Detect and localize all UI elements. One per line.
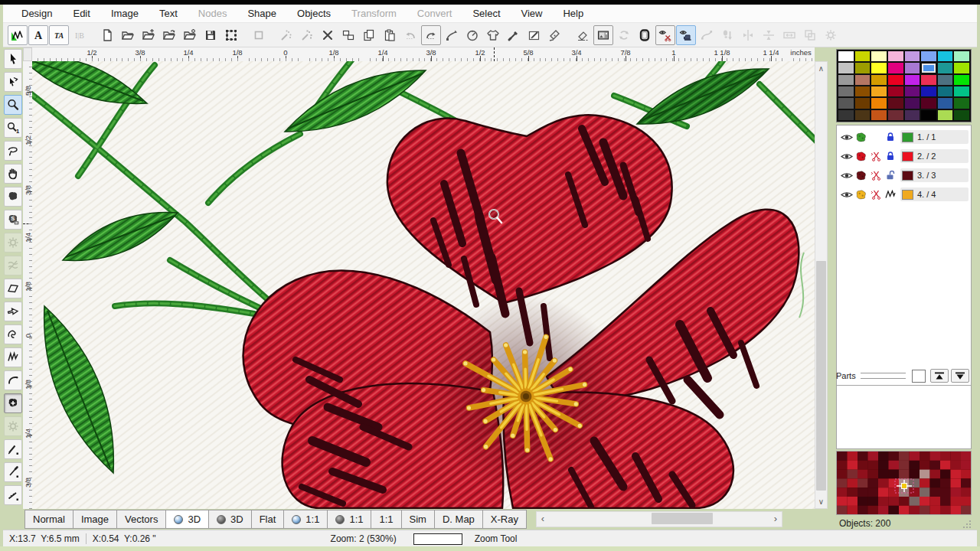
swap-order-button[interactable] [338,25,358,45]
color-swatch[interactable] [921,75,936,85]
open-settings-button[interactable] [180,25,200,45]
text-normal-button[interactable]: A [28,25,48,45]
fill-angle-button[interactable] [545,25,565,45]
visibility-eye-icon[interactable] [841,190,853,200]
view-tab-image-1[interactable]: Image [73,510,117,529]
draw-pen-tool[interactable] [4,439,22,459]
menu-item-text[interactable]: Text [159,8,178,19]
view-tab-sim-9[interactable]: Sim [401,510,435,529]
rectangle-tool[interactable] [4,279,22,298]
pick-curve-button[interactable] [442,25,462,45]
select-tool[interactable] [4,49,22,69]
visibility-eye-icon[interactable] [841,152,853,161]
layer-row-2[interactable]: 2. / 2 [839,148,969,164]
select-lasso-tool[interactable] [4,141,22,161]
draw-needle-tool[interactable] [4,485,22,505]
color-swatch[interactable] [905,98,920,108]
trim-scissors-icon[interactable] [871,170,881,181]
color-swatch[interactable] [954,75,969,85]
color-swatch[interactable] [954,86,969,96]
color-swatch[interactable] [905,75,920,85]
color-swatch[interactable] [871,110,887,120]
zoom-1-tool[interactable]: 1 [4,118,22,138]
open-design-button[interactable] [118,25,138,45]
color-swatch[interactable] [855,110,871,120]
layer-color-swatch[interactable] [902,171,913,181]
color-swatch[interactable] [921,86,936,96]
color-swatch[interactable] [855,75,871,85]
visibility-eye-icon[interactable] [841,132,853,142]
add-design-button[interactable] [139,25,158,45]
menu-item-help[interactable]: Help [563,8,583,19]
lock-icon[interactable] [885,132,896,142]
view-tab-1-1-8[interactable]: 1:1 [371,510,401,529]
hide-stitches-button[interactable] [655,25,675,45]
layer-row-4[interactable]: 4. / 4 [839,187,969,202]
color-swatch[interactable] [838,51,854,61]
color-swatch[interactable] [888,51,903,61]
layer-color-swatch[interactable] [902,132,913,142]
scroll-right-icon[interactable]: › [769,512,782,526]
delete-button[interactable] [318,25,338,45]
hoop-button[interactable] [635,25,655,45]
canvas-horizontal-scrollbar[interactable]: ‹ › [536,511,782,527]
color-swatch[interactable] [954,63,969,73]
color-swatch[interactable] [888,63,903,73]
menu-item-shape[interactable]: Shape [247,8,276,19]
color-swatch[interactable] [938,110,953,120]
gauge-button[interactable] [462,25,482,45]
menu-item-view[interactable]: View [521,8,543,19]
color-swatch[interactable] [855,86,871,96]
trim-scissors-icon[interactable] [871,189,881,200]
image-options-button[interactable] [593,25,613,45]
design-canvas[interactable] [32,61,815,509]
vertical-scroll-thumb[interactable] [816,261,826,491]
menu-item-image[interactable]: Image [111,8,139,19]
stitch-mode-button[interactable] [8,25,28,45]
freehand-shape-tool[interactable] [4,324,22,344]
color-swatch[interactable] [954,98,969,108]
menu-item-objects[interactable]: Objects [297,8,331,19]
color-swatch[interactable] [888,110,903,120]
color-swatch[interactable] [855,98,871,108]
select-all-frame-button[interactable] [221,25,241,45]
auto-shape-tool[interactable]: S [4,210,22,230]
color-swatch[interactable] [938,63,953,73]
layer-color-swatch[interactable] [902,190,913,200]
color-swatch[interactable] [838,110,854,120]
parts-color-swatch[interactable] [912,370,926,383]
resize-grip-icon[interactable] [962,519,972,528]
draw-knife-tool[interactable] [4,462,22,482]
color-swatch[interactable] [888,98,903,108]
parts-list[interactable] [836,385,972,449]
curve-stitch-tool[interactable] [4,370,22,390]
canvas-vertical-scrollbar[interactable]: ∧ ∨ [815,61,828,509]
menu-item-edit[interactable]: Edit [73,8,90,19]
horizontal-scroll-thumb[interactable] [652,513,713,524]
color-swatch[interactable] [921,63,936,73]
edit-nodes-tool[interactable] [4,72,22,92]
redo-button[interactable] [421,25,441,45]
remove-fill-button[interactable] [573,25,593,45]
arrow-shape-tool[interactable] [4,302,22,321]
scroll-down-icon[interactable]: ∨ [815,496,827,507]
zoom-tool[interactable] [4,95,22,115]
edit-params-button[interactable] [524,25,544,45]
color-swatch[interactable] [838,75,854,85]
view-tab-1-1-6[interactable]: 1:1 [283,510,328,529]
paste-button[interactable] [380,25,400,45]
layer-row-1[interactable]: 1. / 1 [839,129,969,145]
view-tab-x-ray-11[interactable]: X-Ray [482,510,527,529]
color-swatch[interactable] [954,51,969,61]
add-holes-tool[interactable] [4,393,22,413]
view-tab-vectors-2[interactable]: Vectors [116,510,166,529]
color-swatch[interactable] [871,51,887,61]
view-tab-flat-5[interactable]: Flat [251,510,285,529]
text-artistic-button[interactable]: TA [49,25,69,45]
color-swatch[interactable] [938,98,953,108]
new-design-button[interactable] [97,25,117,45]
scroll-up-icon[interactable]: ∧ [815,63,827,74]
zigzag-stitch-tool[interactable] [4,347,22,367]
view-tab-3d-4[interactable]: 3D [208,510,252,529]
color-swatch[interactable] [871,98,887,108]
